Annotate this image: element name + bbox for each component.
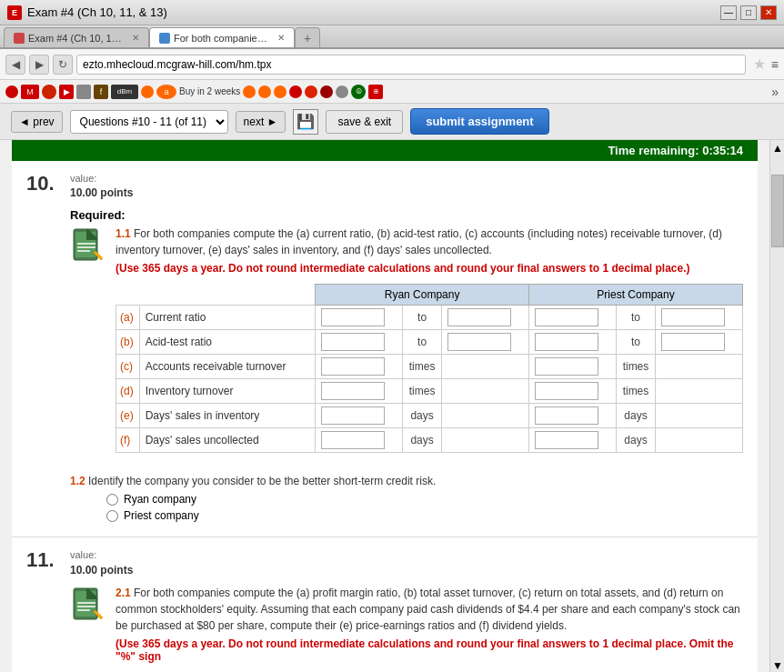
priest-input-1[interactable] — [529, 330, 617, 355]
exam-tab-icon — [14, 33, 25, 44]
bookmark-yt[interactable]: ▶ — [59, 85, 74, 99]
priest-field-1[interactable] — [535, 308, 598, 326]
submit-button[interactable]: submit assignment — [410, 108, 548, 135]
priest-unit-1: times — [616, 355, 655, 379]
close-button[interactable]: ✕ — [760, 5, 777, 20]
priest-radio-option[interactable]: Priest company — [106, 509, 743, 522]
bookmark-3[interactable] — [42, 85, 56, 99]
scroll-thumb[interactable] — [771, 175, 784, 247]
priest-radio[interactable] — [106, 510, 118, 522]
tab-exam-close[interactable]: ✕ — [132, 33, 139, 43]
ryan-radio[interactable] — [106, 494, 118, 506]
bookmark-17[interactable]: ⊕ — [368, 85, 383, 99]
ryan-field-2[interactable] — [447, 333, 511, 351]
bookmark-8[interactable] — [141, 85, 154, 98]
bookmark-buy[interactable]: Buy in 2 weeks — [179, 86, 240, 96]
ryan-field-1[interactable] — [321, 382, 385, 400]
ryan-unit-1: times — [402, 355, 441, 379]
scroll-up[interactable]: ▲ — [770, 140, 784, 156]
prev-button[interactable]: ◄ prev — [11, 111, 63, 133]
bookmark-6[interactable]: f — [94, 85, 108, 99]
bookmark-5[interactable] — [76, 85, 91, 99]
ryan-input-1[interactable] — [316, 404, 403, 428]
minimize-button[interactable]: — — [720, 5, 737, 20]
save-icon[interactable]: 💾 — [293, 109, 318, 135]
bookmark-14[interactable] — [320, 85, 333, 98]
back-button[interactable]: ◀ — [5, 55, 25, 75]
bookmark-amazon[interactable]: a — [156, 85, 176, 99]
bookmarks-more[interactable]: » — [771, 85, 779, 99]
ryan-spacer — [442, 355, 529, 379]
bookmark-9[interactable] — [243, 85, 256, 98]
url-input[interactable] — [76, 55, 746, 75]
ryan-input-1[interactable] — [316, 330, 403, 355]
ryan-field-2[interactable] — [447, 308, 511, 326]
new-tab-button[interactable]: + — [295, 27, 320, 47]
bookmark-1[interactable] — [5, 85, 18, 98]
q11-sub1-desc: For both companies compute the (a) profi… — [116, 587, 740, 632]
q11-sub1-warning: (Use 365 days a year. Do not round inter… — [116, 637, 743, 663]
ryan-field-1[interactable] — [321, 431, 385, 449]
next-button[interactable]: next ► — [236, 111, 286, 133]
priest-field-1[interactable] — [535, 333, 598, 351]
timer-label: Time remaining: 0:35:14 — [608, 144, 743, 157]
priest-input-2[interactable] — [656, 306, 743, 330]
ryan-field-1[interactable] — [321, 357, 385, 376]
scrollbar[interactable]: ▲ ▼ — [769, 140, 784, 672]
bookmark-7[interactable]: dBm — [111, 85, 138, 99]
ryan-radio-option[interactable]: Ryan company — [106, 493, 743, 506]
bookmark-12[interactable] — [289, 85, 302, 98]
priest-field-1[interactable] — [535, 431, 598, 449]
priest-field-2[interactable] — [661, 333, 725, 351]
ryan-input-1[interactable] — [316, 379, 403, 404]
forward-button[interactable]: ▶ — [29, 55, 49, 75]
table-row: (d) Inventory turnover times times — [116, 379, 743, 404]
bookmark-13[interactable] — [305, 85, 317, 98]
priest-input-1[interactable] — [529, 355, 617, 379]
tab-page[interactable]: For both companies comp ✕ — [149, 27, 295, 47]
bookmark-gmail[interactable]: M — [21, 85, 39, 99]
maximize-button[interactable]: □ — [740, 5, 757, 20]
priest-field-1[interactable] — [535, 406, 598, 425]
tab-exam[interactable]: Exam #4 (Ch 10, 11, & 13) ✕ — [4, 27, 149, 47]
priest-field-1[interactable] — [535, 357, 598, 376]
priest-field-1[interactable] — [535, 382, 598, 400]
tab-page-close[interactable]: ✕ — [277, 33, 285, 43]
priest-input-2[interactable] — [656, 330, 743, 355]
bookmark-16[interactable]: ☮ — [351, 85, 366, 99]
priest-input-1[interactable] — [529, 379, 617, 404]
ryan-input-1[interactable] — [316, 428, 403, 453]
save-exit-button[interactable]: save & exit — [326, 110, 403, 134]
ryan-input-2[interactable] — [442, 330, 529, 355]
priest-spacer — [656, 404, 743, 428]
reload-button[interactable]: ↻ — [53, 55, 73, 75]
ryan-input-2[interactable] — [442, 306, 529, 330]
priest-unit-1: to — [616, 306, 655, 330]
priest-unit-1: days — [616, 428, 655, 453]
bookmark-star[interactable]: ★ — [753, 55, 766, 73]
ryan-input-1[interactable] — [316, 306, 403, 330]
priest-input-1[interactable] — [529, 404, 617, 428]
bookmark-11[interactable] — [274, 85, 286, 98]
priest-input-1[interactable] — [529, 428, 617, 453]
window-controls: — □ ✕ — [720, 5, 777, 20]
ryan-field-1[interactable] — [321, 406, 385, 425]
q10-sub2-desc: Identify the company you consider to be … — [88, 475, 436, 487]
question-select[interactable]: Questions #10 - 11 (of 11) — [70, 110, 228, 134]
ryan-field-1[interactable] — [321, 333, 385, 351]
bookmark-10[interactable] — [258, 85, 271, 98]
question-11-number: 11. — [26, 548, 55, 572]
ryan-input-1[interactable] — [316, 355, 403, 379]
row-letter: (a) — [116, 306, 140, 330]
scroll-down[interactable]: ▼ — [770, 657, 784, 672]
priest-input-1[interactable] — [529, 306, 617, 330]
bookmark-15[interactable] — [336, 85, 348, 98]
main-content: Time remaining: 0:35:14 10. value: 10.00… — [0, 140, 769, 672]
priest-field-2[interactable] — [661, 308, 725, 326]
question-10-number: 10. — [26, 172, 55, 196]
question-11-meta: value: 10.00 points — [70, 548, 743, 577]
q10-value-label: value: — [70, 173, 96, 184]
menu-button[interactable]: ≡ — [771, 57, 779, 72]
ryan-field-1[interactable] — [321, 308, 385, 326]
row-desc: Days' sales uncollected — [139, 428, 315, 453]
